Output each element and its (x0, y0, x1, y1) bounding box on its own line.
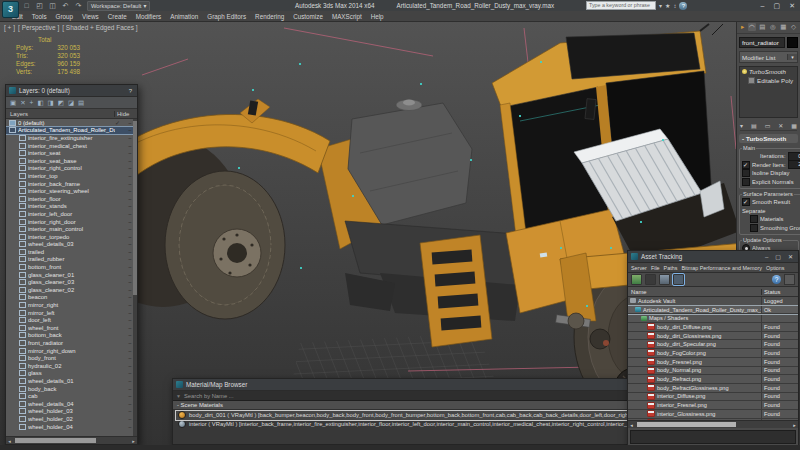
modifier-enabled-bulb-icon[interactable] (742, 69, 747, 74)
layer-row[interactable]: 0 (default) ✓ – (6, 119, 137, 127)
maximize-button[interactable]: ▢ (774, 2, 781, 10)
menu-item[interactable]: Group (56, 13, 74, 20)
layer-row[interactable]: front_radiator – (6, 339, 137, 347)
modifier-list-dropdown[interactable]: Modifier List ▾ (739, 51, 798, 63)
layer-row[interactable]: interior_back_frame – (6, 180, 137, 188)
layer-row[interactable]: glass_cleaner_01 – (6, 271, 137, 279)
layer-row[interactable]: Articulated_Tandem_Road_Roller_Dusty – (6, 127, 137, 135)
asset-menu-item[interactable]: Options (766, 265, 785, 271)
remove-modifier-icon[interactable]: ✕ (778, 122, 783, 129)
bitmap-proxy-icon[interactable] (659, 274, 670, 285)
modifier-stack-item[interactable]: Editable Poly (740, 76, 797, 85)
tab-display[interactable]: ▦ (779, 23, 787, 31)
help-icon[interactable]: ? (772, 275, 781, 284)
menu-item[interactable]: Views (82, 13, 99, 20)
tab-motion[interactable]: ◎ (769, 23, 777, 31)
name-column-header[interactable]: Name (628, 289, 761, 295)
scrollbar-thumb[interactable] (15, 438, 96, 443)
asset-menu-item[interactable]: File (651, 265, 660, 271)
menu-item[interactable]: Tools (32, 13, 47, 20)
refresh-assets-icon[interactable] (631, 274, 642, 285)
scroll-right-icon[interactable]: ▸ (791, 422, 798, 428)
layers-toolbar-icon[interactable]: ◩ (58, 99, 64, 107)
asset-row[interactable]: Articulated_Tandem_Road_Roller_Dusty_max… (628, 306, 798, 315)
layer-row[interactable]: body_front – (6, 354, 137, 362)
asset-menu-item[interactable]: Bitmap Performance and Memory (681, 265, 762, 271)
layer-row[interactable]: interior_right_door – (6, 218, 137, 226)
layer-row[interactable]: wheel_holder_04 – (6, 423, 137, 431)
layer-row[interactable]: interior_main_control – (6, 225, 137, 233)
configure-modifier-sets-icon[interactable]: ▦ (791, 122, 797, 129)
layers-horizontal-scrollbar[interactable]: ◂ ▸ (6, 436, 137, 444)
layer-row[interactable]: wheel_details_04 – (6, 400, 137, 408)
asset-row[interactable]: body_Refract.png Found (628, 375, 798, 384)
asset-row[interactable]: body_dirt_Specular.png Found (628, 340, 798, 349)
layers-vertical-scrollbar[interactable] (133, 119, 137, 436)
layers-toolbar-icon[interactable]: ✕ (20, 99, 25, 107)
material-browser-titlebar[interactable]: Material/Map Browser ✕ (173, 379, 638, 391)
layers-hide-column[interactable]: Hide (114, 111, 137, 117)
asset-info-icon[interactable] (645, 274, 656, 285)
layer-row[interactable]: wheel_details_01 – (6, 377, 137, 385)
smooth-result-checkbox[interactable] (742, 198, 750, 206)
menu-item[interactable]: Animation (170, 13, 198, 20)
layer-row[interactable]: body_back – (6, 385, 137, 393)
show-end-result-icon[interactable]: ▤ (751, 122, 757, 129)
layer-row[interactable]: hydraulic_02 – (6, 362, 137, 370)
layer-row[interactable]: interior_top – (6, 172, 137, 180)
tab-utilities[interactable]: ◇ (790, 23, 797, 31)
asset-row[interactable]: body_RefractGlossiness.png Found (628, 384, 798, 393)
help-icon[interactable]: ? (679, 2, 687, 10)
status-column-header[interactable]: Status (761, 289, 798, 295)
asset-row[interactable]: interior_Fresnel.png Found (628, 401, 798, 410)
render-iters-spinner[interactable]: 2 ▴▾ (788, 160, 800, 169)
menu-item[interactable]: MAXScript (332, 13, 362, 20)
viewport-general-menu[interactable]: [ + ] (4, 24, 15, 31)
menu-item[interactable]: Help (371, 13, 384, 20)
asset-row[interactable]: interior_Diffuse.png Found (628, 393, 798, 402)
pin-stack-icon[interactable]: ▾ (740, 122, 743, 129)
redo-icon[interactable]: ↷ (74, 2, 83, 10)
layer-row[interactable]: glass – (6, 370, 137, 378)
infocenter-search-input[interactable]: Type a keyword or phrase (586, 1, 656, 10)
menu-item[interactable]: Create (108, 13, 127, 20)
favorites-icon[interactable]: ★ (665, 2, 670, 9)
layers-toolbar-icon[interactable]: ◧ (37, 99, 43, 107)
scroll-left-icon[interactable]: ◂ (628, 422, 635, 428)
layers-toolbar-icon[interactable]: ▣ (10, 99, 16, 107)
layer-row[interactable]: door_left – (6, 316, 137, 324)
layer-row[interactable]: wheel_holder_02 – (6, 415, 137, 423)
layer-row[interactable]: trailed_rubber – (6, 256, 137, 264)
layers-panel-titlebar[interactable]: Layers: 0 (default) ? (6, 85, 137, 97)
highlighted-tool-icon[interactable] (673, 274, 684, 285)
tab-modify[interactable]: ◠ (748, 23, 756, 31)
render-iters-checkbox[interactable] (742, 161, 750, 169)
asset-tracking-titlebar[interactable]: Asset Tracking – ▢ ✕ (628, 251, 798, 263)
material-row[interactable]: interior ( VRayMtl ) [interior_back_fram… (176, 420, 630, 429)
layers-toolbar-icon[interactable]: ◪ (68, 99, 74, 107)
asset-row[interactable]: body_dirt_Diffuse.png Found (628, 323, 798, 332)
open-file-icon[interactable]: ◰ (35, 2, 44, 10)
layer-row[interactable]: interior_steering_wheel – (6, 187, 137, 195)
menu-item[interactable]: Modifiers (136, 13, 162, 20)
asset-status-field[interactable] (630, 430, 796, 444)
exchange-icon[interactable]: ↕ (673, 3, 676, 9)
new-scene-icon[interactable]: □ (22, 2, 31, 9)
layer-row[interactable]: interior_seat_base – (6, 157, 137, 165)
undo-icon[interactable]: ↶ (61, 2, 70, 10)
asset-row[interactable]: Maps / Shaders (628, 314, 798, 323)
asset-row[interactable]: body_Normal.png Found (628, 367, 798, 376)
layer-row[interactable]: glass_cleaner_03 – (6, 278, 137, 286)
menu-item[interactable]: Graph Editors (207, 13, 246, 20)
scene-materials-section-header[interactable]: - Scene Materials (173, 401, 638, 410)
layer-row[interactable]: interior_seat – (6, 149, 137, 157)
render-iters-value[interactable]: 2 (788, 160, 800, 169)
separate-smoothing-groups-checkbox[interactable] (750, 224, 758, 232)
minimize-button[interactable]: – (763, 254, 770, 260)
asset-menu-item[interactable]: Server (631, 265, 647, 271)
asset-row[interactable]: interior_Glossiness.png Found (628, 410, 798, 419)
separate-materials-checkbox[interactable] (750, 215, 758, 223)
turbosmooth-rollout-header[interactable]: - TurboSmooth (739, 134, 798, 143)
filter-funnel-icon[interactable]: ▼ (176, 393, 181, 399)
menu-item[interactable]: Rendering (255, 13, 284, 20)
